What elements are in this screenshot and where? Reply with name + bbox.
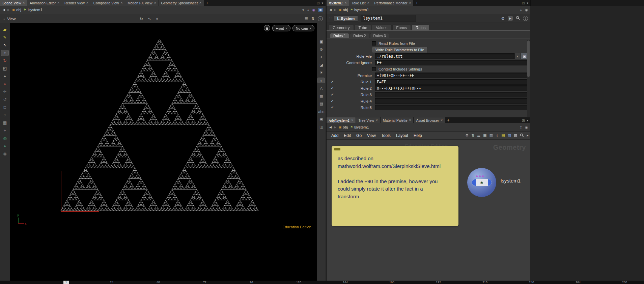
translate-icon[interactable]: + <box>1 50 8 56</box>
snapshot-dot-icon[interactable]: ◉ <box>312 8 315 12</box>
sphere-handle-icon[interactable]: ● <box>1 74 8 79</box>
breadcrumb-obj[interactable]: ▣ obj <box>12 8 21 12</box>
close-icon[interactable] <box>57 1 59 5</box>
tab-material-palette[interactable]: Material Palette <box>381 117 414 123</box>
back-icon[interactable]: ◀ <box>329 8 332 11</box>
object-space-icon[interactable]: ● <box>1 143 8 149</box>
gear-icon[interactable]: ⚙ <box>501 16 505 21</box>
lasso-select-icon[interactable]: ◌ <box>1 112 8 118</box>
menu-item[interactable]: Layout <box>393 133 411 138</box>
camera-lock-icon[interactable] <box>264 25 270 31</box>
close-icon[interactable] <box>120 1 122 5</box>
no-cam-selector[interactable]: No cam ▾ <box>292 25 314 31</box>
list-view-icon[interactable]: ☰ <box>477 133 480 138</box>
pane-split-icon[interactable]: ◳ <box>317 1 320 5</box>
rules-tab-1[interactable]: Rules 1 <box>330 33 349 38</box>
select-visible-icon[interactable]: ◪ <box>318 62 325 67</box>
folder-tab-funcs[interactable]: Funcs <box>392 25 411 30</box>
context-siblings-checkbox[interactable] <box>372 67 376 71</box>
tab-take-list[interactable]: Take List <box>349 0 372 6</box>
breadcrumb-node[interactable]: ⚑ lsystem1 <box>350 125 369 129</box>
search-icon[interactable] <box>516 16 520 21</box>
rule-value-field[interactable] <box>375 92 528 97</box>
wireframe-icon[interactable]: △ <box>318 86 325 91</box>
pin-icon[interactable]: ↧ <box>520 125 522 129</box>
snap-grid-icon[interactable]: ▦ <box>1 120 8 125</box>
premise-field[interactable]: +(90)FXF--FF--FF <box>375 73 528 78</box>
menu-item[interactable]: Go <box>354 133 364 138</box>
rotate-icon[interactable]: ↻ <box>1 58 8 63</box>
network-canvas[interactable]: Education Edition Geometry as described … <box>327 140 531 281</box>
read-rules-checkbox[interactable] <box>372 41 376 46</box>
scale-icon[interactable]: ◱ <box>1 66 8 71</box>
node-flag-right[interactable] <box>488 179 492 186</box>
menu-item[interactable]: Help <box>411 133 425 138</box>
close-icon[interactable] <box>344 1 346 5</box>
pane-menu-icon[interactable]: ▾ <box>321 1 323 5</box>
sort-icon[interactable]: ⇅ <box>311 17 314 21</box>
drag-handle[interactable]: ∷ <box>3 17 4 21</box>
close-icon[interactable] <box>367 1 369 5</box>
tab-performance-monitor[interactable]: Performance Monitor <box>372 0 414 6</box>
pin-icon[interactable]: ↧ <box>520 8 522 12</box>
box-select-icon[interactable]: □ <box>1 105 8 110</box>
orbit-icon[interactable]: ↻ <box>140 17 143 21</box>
forward-icon[interactable]: ▶ <box>334 125 336 129</box>
breadcrumb-obj[interactable]: ▣ obj <box>339 8 348 12</box>
search-icon[interactable] <box>520 133 524 138</box>
close-icon[interactable] <box>351 119 353 122</box>
target-icon[interactable]: ⌖ <box>156 17 158 21</box>
reference-plane-icon[interactable]: ▤ <box>318 101 325 106</box>
layout-nodes-icon[interactable]: ▩ <box>514 133 517 138</box>
snapshot-icon[interactable]: ▣ <box>318 117 325 122</box>
close-icon[interactable] <box>199 1 201 5</box>
rule-enabled-checkbox[interactable] <box>331 99 334 103</box>
rule-enabled-checkbox[interactable] <box>331 106 334 109</box>
sort-icon[interactable]: ⇅ <box>471 133 474 138</box>
frame-all-icon[interactable]: ⌖ <box>318 55 325 60</box>
rule-enabled-checkbox[interactable] <box>331 93 334 96</box>
close-icon[interactable] <box>409 1 411 5</box>
node-flag-left[interactable] <box>472 179 476 186</box>
path-dropdown-icon[interactable]: ▾ <box>302 8 304 12</box>
tab-asset-browser[interactable]: Asset Browser <box>414 117 445 123</box>
rule-value-field[interactable]: X=--FXF++FXF++FXF-- <box>375 85 528 91</box>
scene-viewport[interactable]: Front ▾ No cam ▾ Education Edition <box>10 23 317 281</box>
render-flag-icon[interactable]: ◉ <box>1 151 8 157</box>
sticky-note-icon[interactable]: ▤ <box>501 133 505 138</box>
node-shape[interactable]: ♣ <box>472 179 492 186</box>
new-tab-button[interactable]: + <box>414 0 420 6</box>
close-icon[interactable] <box>409 119 411 122</box>
pin-icon[interactable]: ↧ <box>307 8 309 12</box>
pane-menu-icon[interactable]: ▾ <box>527 119 528 122</box>
color-swatch-icon[interactable]: ▧ <box>508 133 511 138</box>
breadcrumb-node[interactable]: ⚑ lsystem1 <box>24 8 42 12</box>
context-ignore-field[interactable]: F+- <box>375 60 528 65</box>
rule-value-field[interactable] <box>375 98 528 104</box>
close-icon[interactable] <box>23 1 25 5</box>
display-options-icon[interactable]: ◫ <box>318 124 325 130</box>
view-layout-icon[interactable]: ▣ <box>318 39 325 44</box>
folder-tab-rules[interactable]: Rules <box>412 25 429 30</box>
pane-menu-icon[interactable]: ▾ <box>527 1 528 5</box>
tab-animation-editor[interactable]: Animation Editor <box>27 0 62 6</box>
back-icon[interactable]: ◀ <box>3 8 5 11</box>
node-name-field[interactable]: lsystem1 <box>361 15 416 22</box>
list-icon[interactable]: ☰ <box>305 17 308 21</box>
info-icon[interactable]: ? <box>523 16 528 21</box>
wrench-icon[interactable]: ⚙ <box>465 133 469 138</box>
grid-view-icon[interactable]: ▦ <box>483 133 486 138</box>
chevron-right-icon[interactable]: ▸ <box>527 133 529 138</box>
orbit-tool-icon[interactable]: ↺ <box>1 97 8 102</box>
write-rules-button[interactable]: Write Rule Parameters to File <box>372 47 428 53</box>
drag-handle[interactable]: ∷ <box>329 17 331 20</box>
close-icon[interactable] <box>441 119 443 122</box>
tab-render-view[interactable]: Render View <box>62 0 91 6</box>
label-abc-icon[interactable]: abc <box>318 109 325 114</box>
tab-geometry-spreadsheet[interactable]: Geometry Spreadsheet <box>159 0 204 6</box>
camera-view-icon[interactable]: ▣ <box>318 8 323 12</box>
menu-item[interactable]: View <box>364 133 379 138</box>
breadcrumb-obj[interactable]: ▣ obj <box>339 125 348 129</box>
scrollbar[interactable] <box>527 40 530 118</box>
pose-icon[interactable]: ● <box>1 81 8 87</box>
